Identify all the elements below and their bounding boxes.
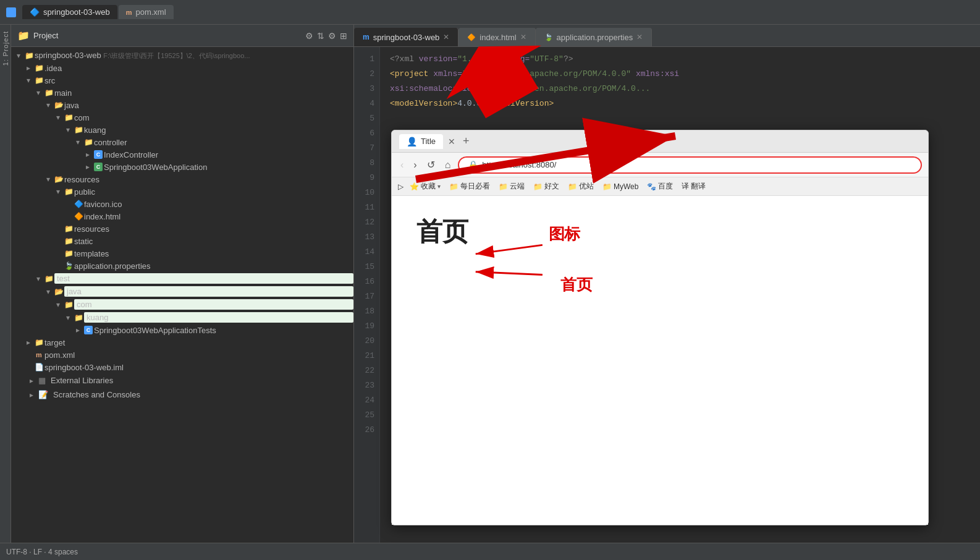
src-arrow [23,76,33,85]
gear2-icon[interactable]: ⚙ [328,31,336,41]
tree-favicon[interactable]: 🔷 favicon.ico [11,198,353,210]
app-icon [6,7,16,17]
main-icon: 📁 [43,88,54,98]
testclass-icon: C [83,325,94,335]
browser-tab-icon: 👤 [407,137,417,146]
browser-tab[interactable]: 👤 Title [399,134,443,149]
translate-icon: 译 [682,181,689,192]
bookmark-translate[interactable]: 译 翻译 [679,180,708,193]
scratches-label: Scratches and Consoles [53,390,140,399]
tree-test-class[interactable]: C Springboot03WebApplicationTests [11,324,353,336]
url-text: http://localhost:8080/ [482,160,556,169]
kuang-label: kuang [84,125,353,135]
test-label: test [54,273,353,284]
idea-label: .idea [44,64,353,73]
address-bar[interactable]: 🔒 http://localhost:8080/ [458,156,922,174]
tree-app-props[interactable]: 🍃 application.properties [11,260,353,272]
project-panel-title: Project [33,31,302,40]
props-tab-type-icon: 🍃 [544,33,553,41]
target-icon: 📁 [33,337,44,347]
main-label: main [54,88,353,98]
tree-test-com[interactable]: 📁 com [11,298,353,311]
tree-pom[interactable]: m pom.xml [11,349,353,361]
bookmark-sites[interactable]: 📁 优站 [565,180,596,193]
bookmark-collections[interactable]: ⭐ 收藏 ▾ [407,180,443,193]
tree-root[interactable]: 📁 springboot-03-web F:\班级管理\西开【19525】\2、… [11,49,353,62]
tree-main[interactable]: 📁 main [11,87,353,99]
public-label: public [74,187,353,197]
bookmark-arrow-1: ▾ [437,183,441,190]
bookmark-myweb[interactable]: 📁 MyWeb [600,181,641,192]
bookmark-cloud[interactable]: 📁 云端 [496,180,527,193]
title-tab-project[interactable]: 🔷 springboot-03-web [22,5,117,19]
header-icons: ⚙ ⇅ ⚙ ⊞ [305,31,347,41]
appprops-label: application.properties [74,261,353,271]
expand-icon[interactable]: ⊞ [340,31,347,41]
sidebar-label[interactable]: 1: Project [2,31,9,66]
settings-icon[interactable]: ⚙ [305,31,313,41]
pom-tab-close[interactable]: ✕ [443,33,449,41]
bookmark-baidu[interactable]: 🐾 百度 [644,180,675,193]
tree-idea[interactable]: 📁 .idea [11,62,353,74]
browser-close-btn[interactable]: ✕ [448,137,455,146]
iml-label: springboot-03-web.iml [44,363,353,372]
title-tab-pom[interactable]: m pom.xml [119,5,174,19]
springapp-icon: C [93,162,104,172]
line-numbers: 1234 5678 9101112 13141516 17181920 2122… [354,47,380,543]
bookmark-daily[interactable]: 📁 每日必看 [447,180,492,193]
tree-test-java[interactable]: 📂 java [11,285,353,298]
editor-tab-props[interactable]: 🍃 application.properties ✕ [536,28,653,46]
tree-java[interactable]: 📂 java [11,99,353,111]
appprops-icon: 🍃 [63,261,74,271]
props-tab-close[interactable]: ✕ [636,33,643,41]
tree-index-html[interactable]: 🔶 index.html [11,210,353,223]
bookmark-label-collections: 收藏 [421,181,436,192]
tree-com[interactable]: 📁 com [11,111,353,124]
tree-controller[interactable]: 📁 controller [11,136,353,148]
tree-index-controller[interactable]: C IndexController [11,148,353,161]
tree-src[interactable]: 📁 src [11,74,353,87]
tree-test[interactable]: 📁 test [11,272,353,285]
tree-templates[interactable]: 📁 templates [11,247,353,260]
static-icon: 📁 [63,236,74,246]
tree-static[interactable]: 📁 static [11,235,353,247]
file-tree: 📁 springboot-03-web F:\班级管理\西开【19525】\2、… [11,47,353,543]
indexhtml-label: index.html [84,212,353,221]
scratches-and-consoles[interactable]: ▸ 📝 Scratches and Consoles [11,388,353,402]
tree-iml[interactable]: 📄 springboot-03-web.iml [11,361,353,373]
bookmarks-expand-icon[interactable]: ▷ [398,182,403,191]
browser-new-tab-btn[interactable]: + [463,135,470,148]
index-tab-close[interactable]: ✕ [520,33,526,41]
indexctrl-icon: C [93,150,104,159]
code-line-5 [390,111,970,126]
page-heading: 首页 [416,214,903,249]
editor-tab-pom[interactable]: m springboot-03-web ✕ [354,28,458,46]
tree-resources-sub[interactable]: 📁 resources [11,223,353,235]
test-icon: 📁 [43,274,54,284]
browser-content: 首页 [392,196,928,525]
bookmark-label-articles: 好文 [544,181,559,192]
editor-tab-index[interactable]: 🔶 index.html ✕ [458,28,535,46]
nav-back-btn[interactable]: ‹ [398,157,406,173]
nav-home-btn[interactable]: ⌂ [442,157,454,173]
nav-forward-btn[interactable]: › [411,157,419,173]
bookmark-articles[interactable]: 📁 好文 [531,180,562,193]
index-tab-type-icon: 🔶 [467,33,476,41]
bookmark-label-sites: 优站 [579,181,594,192]
com-arrow [53,113,63,122]
pom-tab-type-icon: m [363,33,370,41]
indexctrl-arrow [83,150,93,159]
index-editor-tab-label: index.html [479,33,516,42]
code-line-4: <modelVersion>4.0.0</modelVersion> [390,96,970,111]
tree-target[interactable]: 📁 target [11,336,353,349]
external-libraries[interactable]: ▸ ▦ External Libraries [11,373,353,388]
nav-refresh-btn[interactable]: ↺ [425,156,437,173]
tree-kuang[interactable]: 📁 kuang [11,124,353,136]
tree-resources[interactable]: 📂 resources [11,173,353,185]
editor-tabs: m springboot-03-web ✕ 🔶 index.html ✕ 🍃 a… [354,25,980,47]
indexctrl-label: IndexController [104,150,353,159]
sync-icon[interactable]: ⇅ [317,31,324,41]
tree-test-kuang[interactable]: 📁 kuang [11,311,353,324]
tree-springboot-app[interactable]: C Springboot03WebApplication [11,161,353,173]
tree-public[interactable]: 📁 public [11,185,353,198]
